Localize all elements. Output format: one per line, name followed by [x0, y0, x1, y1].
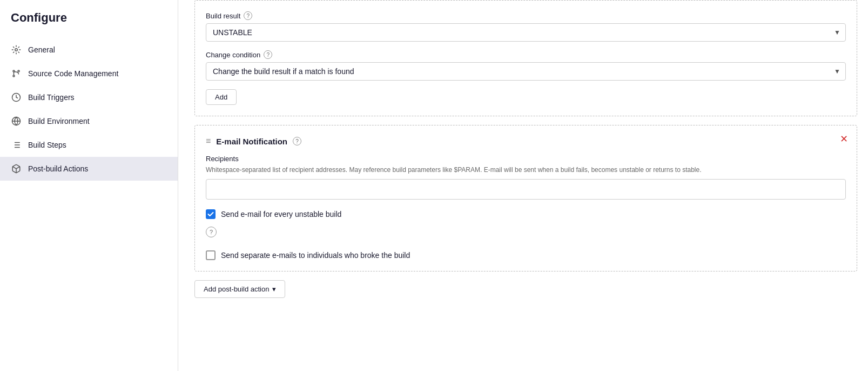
email-notification-close-button[interactable]: ✕ — [840, 134, 848, 144]
email-section-header: ≡ E-mail Notification ? — [206, 136, 846, 146]
send-separate-label: Send separate e-mails to individuals who… — [221, 251, 410, 260]
svg-point-2 — [13, 75, 15, 77]
globe-icon — [11, 116, 22, 127]
sidebar-item-label-steps: Build Steps — [28, 141, 66, 149]
send-separate-row: Send separate e-mails to individuals who… — [206, 250, 846, 260]
add-postbuild-chevron-icon: ▾ — [272, 285, 276, 293]
sidebar-item-build-triggers[interactable]: Build Triggers — [0, 85, 178, 109]
branch-icon — [11, 68, 22, 79]
change-condition-select-wrapper: Change the build result if a match is fo… — [206, 62, 846, 81]
sidebar-item-label-scm: Source Code Management — [28, 69, 118, 78]
drag-handle-icon[interactable]: ≡ — [206, 136, 211, 146]
build-result-select[interactable]: SUCCESS UNSTABLE FAILURE — [206, 23, 846, 42]
build-result-label: Build result — [206, 12, 240, 20]
build-result-section: Build result ? SUCCESS UNSTABLE FAILURE … — [194, 0, 857, 116]
change-condition-select[interactable]: Change the build result if a match is fo… — [206, 62, 846, 81]
send-separate-checkbox[interactable] — [206, 250, 216, 260]
add-postbuild-button[interactable]: Add post-build action ▾ — [194, 280, 285, 298]
sidebar-item-post-build-actions[interactable]: Post-build Actions — [0, 157, 178, 181]
recipients-hint: Whitespace-separated list of recipient a… — [206, 165, 846, 175]
add-button[interactable]: Add — [206, 89, 237, 105]
gear-icon — [11, 44, 22, 55]
sidebar-item-build-environment[interactable]: Build Environment — [0, 109, 178, 133]
list-icon — [11, 140, 22, 150]
email-notification-section: ≡ E-mail Notification ? ✕ Recipients Whi… — [194, 125, 857, 271]
recipients-label: Recipients — [206, 155, 846, 163]
change-condition-label-row: Change condition ? — [206, 50, 846, 59]
change-condition-label: Change condition — [206, 51, 260, 59]
send-separate-help-icon[interactable]: ? — [206, 227, 217, 237]
email-notification-title: E-mail Notification — [216, 137, 287, 146]
box-icon — [11, 163, 22, 174]
send-unstable-checkbox[interactable] — [206, 209, 216, 219]
send-unstable-label: Send e-mail for every unstable build — [221, 210, 341, 218]
svg-point-0 — [15, 49, 18, 51]
clock-icon — [11, 92, 22, 103]
sidebar-item-label-triggers: Build Triggers — [28, 93, 75, 102]
add-postbuild-label: Add post-build action — [204, 285, 269, 293]
sidebar-item-label-postbuild: Post-build Actions — [28, 164, 88, 173]
sidebar-item-label-general: General — [28, 45, 55, 54]
change-condition-help-icon[interactable]: ? — [264, 50, 272, 59]
build-result-select-wrapper: SUCCESS UNSTABLE FAILURE ▼ — [206, 23, 846, 42]
sidebar-item-label-env: Build Environment — [28, 117, 90, 125]
email-notification-help-icon[interactable]: ? — [293, 137, 301, 145]
sidebar-item-build-steps[interactable]: Build Steps — [0, 133, 178, 157]
build-result-label-row: Build result ? — [206, 11, 846, 20]
sidebar-item-source-code-management[interactable]: Source Code Management — [0, 62, 178, 85]
main-content: Build result ? SUCCESS UNSTABLE FAILURE … — [178, 0, 868, 371]
svg-point-3 — [18, 70, 19, 72]
build-result-help-icon[interactable]: ? — [244, 11, 252, 20]
sidebar: Configure General Source Code Management… — [0, 0, 178, 371]
page-title: Configure — [0, 11, 178, 38]
sidebar-item-general[interactable]: General — [0, 38, 178, 62]
send-unstable-row: Send e-mail for every unstable build — [206, 209, 846, 219]
recipients-input[interactable] — [206, 179, 846, 200]
